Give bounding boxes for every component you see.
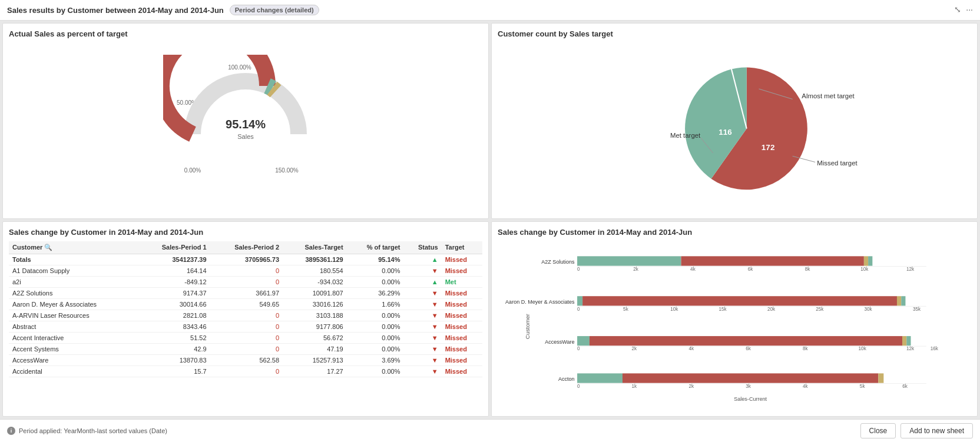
row-customer: A1 Datacom Supply (9, 265, 137, 276)
more-options-button[interactable]: ··· (966, 5, 973, 14)
row-customer: A-ARVIN Laser Resources (9, 310, 137, 321)
aaron-tick-20k: 20k (767, 306, 776, 311)
row-period1: 51.52 (137, 332, 210, 343)
row-target: 3103.188 (283, 310, 347, 321)
row-customer: Accent Interactive (9, 332, 137, 343)
pie-chart-svg: Almost met target Met target Missed targ… (498, 43, 971, 208)
row-pct: 0.00% (347, 332, 404, 343)
totals-target: 3895361.129 (283, 254, 347, 265)
access-tick-4k: 4k (688, 346, 694, 351)
tick-150-label: 150.00% (275, 167, 299, 174)
table-row: A-ARVIN Laser Resources 2821.08 0 3103.1… (9, 310, 482, 321)
table-row: A1 Datacom Supply 164.14 0 180.554 0.00%… (9, 265, 482, 276)
aaron-tick-35k: 35k (913, 306, 921, 311)
row-status: ▼ (403, 287, 441, 298)
totals-pct: 95.14% (347, 254, 404, 265)
info-icon: i (7, 427, 15, 435)
row-target-status: Met (442, 276, 482, 287)
bottom-bar: i Period applied: YearMonth-last sorted … (0, 419, 980, 442)
row-pct: 0.00% (347, 321, 404, 332)
row-target-status: Missed (442, 365, 482, 377)
tick-100-label: 100.00% (228, 64, 251, 71)
totals-period1: 3541237.39 (137, 254, 210, 265)
table-scroll-area[interactable]: Customer 🔍 Sales-Period 1 Sales-Period 2… (9, 241, 482, 411)
panel2-title: Customer count by Sales target (498, 29, 971, 38)
row-period2: 0 (210, 276, 283, 287)
panel-bar-chart: Sales change by Customer in 2014-May and… (491, 221, 978, 417)
bar-a2z-red (681, 256, 864, 265)
bar-accton-teal (577, 373, 623, 383)
accton-tick-4k: 4k (803, 383, 809, 388)
donut-center-label: Sales (237, 133, 254, 140)
access-tick-6k: 6k (746, 346, 751, 351)
bar-a2z-teal (577, 256, 681, 265)
col-target-status: Target (442, 241, 482, 254)
bar-access-red (590, 336, 902, 345)
x-axis-label: Sales-Current (734, 396, 767, 402)
access-tick-16k: 16k (931, 346, 939, 351)
row-period1: -849.12 (137, 276, 210, 287)
pie-chart-container: Almost met target Met target Missed targ… (498, 43, 971, 208)
a2z-tick-2k: 2k (633, 266, 639, 271)
row-period2: 562.58 (210, 354, 283, 365)
accton-tick-3k: 3k (746, 383, 751, 388)
donut-tan-arc (272, 88, 276, 91)
close-button[interactable]: Close (860, 423, 896, 438)
aaron-tick-0: 0 (577, 306, 580, 311)
y-axis-label: Customer (524, 313, 531, 339)
row-period2: 0 (210, 343, 283, 354)
row-status: ▼ (403, 321, 441, 332)
accton-tick-6k: 6k (902, 383, 908, 388)
row-period1: 164.14 (137, 265, 210, 276)
row-period1: 30014.66 (137, 298, 210, 310)
pie-value-116: 116 (719, 128, 732, 137)
access-tick-12k: 12k (906, 346, 915, 351)
row-status: ▼ (403, 310, 441, 321)
row-status: ▼ (403, 343, 441, 354)
add-to-sheet-button[interactable]: Add to new sheet (900, 423, 973, 438)
row-pct: 0.00% (347, 343, 404, 354)
totals-target-status: Missed (442, 254, 482, 265)
row-target: 47.19 (283, 343, 347, 354)
row-target-status: Missed (442, 354, 482, 365)
minimize-button[interactable]: ⤡ (954, 5, 961, 14)
row-status: ▼ (403, 332, 441, 343)
bar-chart-container: Customer A2Z Solutions 0 2k 4k 6k (498, 241, 971, 407)
row-target-status: Missed (442, 265, 482, 276)
bar-aaron-red (582, 296, 897, 305)
search-icon[interactable]: 🔍 (44, 244, 52, 251)
a2z-tick-6k: 6k (748, 266, 754, 271)
accton-tick-1k: 1k (632, 383, 638, 388)
missed-target-label: Missed target (817, 159, 858, 167)
panel-actual-sales: Actual Sales as percent of target 100.00… (2, 23, 489, 219)
donut-chart-svg: 100.00% 50.00% 0.00% 150.00% (163, 55, 328, 196)
row-target-status: Missed (442, 343, 482, 354)
col-pct: % of target (347, 241, 404, 254)
bar-accton-red (623, 373, 878, 383)
period-badge[interactable]: Period changes (detailed) (230, 5, 319, 15)
table-row: Aaron D. Meyer & Associates 30014.66 549… (9, 298, 482, 310)
bar-access-marker (902, 336, 906, 345)
row-target-status: Missed (442, 332, 482, 343)
row-customer: Accent Systems (9, 343, 137, 354)
col-target: Sales-Target (283, 241, 347, 254)
bar-chart-svg: Customer A2Z Solutions 0 2k 4k 6k (498, 241, 971, 407)
row-period2: 0 (210, 365, 283, 377)
bar-aaron-teal (577, 296, 582, 305)
accton-tick-5k: 5k (860, 383, 866, 388)
table-row: AccessWare 13870.83 562.58 15257.913 3.6… (9, 354, 482, 365)
row-target: 9177.806 (283, 321, 347, 332)
aaron-tick-5k: 5k (623, 306, 629, 311)
row-period2: 0 (210, 332, 283, 343)
row-status: ▼ (403, 365, 441, 377)
row-customer: Aaron D. Meyer & Associates (9, 298, 137, 310)
row-target-status: Missed (442, 298, 482, 310)
panel3-title: Sales change by Customer in 2014-May and… (9, 228, 482, 237)
charts-area: Actual Sales as percent of target 100.00… (0, 21, 980, 419)
table-row: A2Z Solutions 9174.37 3661.97 10091.807 … (9, 287, 482, 298)
tick-0-label: 0.00% (184, 167, 201, 174)
row-target: 15257.913 (283, 354, 347, 365)
row-pct: 1.66% (347, 298, 404, 310)
a2z-tick-8k: 8k (805, 266, 811, 271)
pie-value-172: 172 (762, 143, 775, 152)
